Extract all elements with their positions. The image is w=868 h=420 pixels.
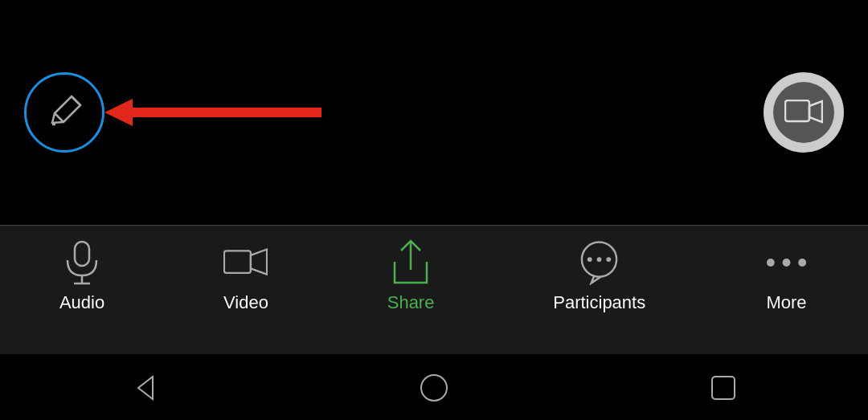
svg-marker-9 xyxy=(251,249,267,274)
svg-rect-5 xyxy=(75,242,89,266)
toolbar: Audio Video Share xyxy=(0,226,868,354)
more-icon xyxy=(764,240,809,284)
edit-icon xyxy=(44,92,84,133)
svg-point-16 xyxy=(783,259,791,267)
top-section xyxy=(0,0,868,225)
svg-point-15 xyxy=(767,259,775,267)
svg-point-13 xyxy=(597,257,602,262)
zoom-icon xyxy=(773,82,834,143)
edit-icon-button[interactable] xyxy=(24,72,104,153)
video-button[interactable]: Video xyxy=(223,240,268,313)
back-button[interactable] xyxy=(130,373,159,402)
svg-rect-3 xyxy=(785,100,809,121)
more-label: More xyxy=(766,292,806,313)
more-button[interactable]: More xyxy=(764,240,809,313)
participants-label: Participants xyxy=(553,292,645,313)
nav-bar xyxy=(0,354,868,420)
red-arrow xyxy=(104,92,330,133)
svg-rect-8 xyxy=(224,251,251,273)
svg-point-12 xyxy=(588,257,592,262)
video-icon xyxy=(223,240,268,284)
participants-button[interactable]: Participants xyxy=(553,240,645,313)
video-label: Video xyxy=(223,292,268,313)
svg-marker-2 xyxy=(104,99,133,126)
svg-marker-18 xyxy=(138,377,153,399)
participants-icon xyxy=(577,240,621,284)
zoom-logo[interactable] xyxy=(764,72,844,153)
svg-rect-20 xyxy=(712,377,735,399)
share-icon xyxy=(389,240,433,284)
svg-point-17 xyxy=(798,259,806,267)
audio-label: Audio xyxy=(59,292,104,313)
audio-icon xyxy=(60,240,104,284)
svg-point-14 xyxy=(607,257,612,262)
svg-point-19 xyxy=(421,375,447,401)
share-label: Share xyxy=(387,292,435,313)
share-button[interactable]: Share xyxy=(387,240,435,313)
audio-button[interactable]: Audio xyxy=(59,240,104,313)
home-button[interactable] xyxy=(420,373,448,402)
svg-marker-4 xyxy=(809,101,822,122)
recents-button[interactable] xyxy=(709,373,738,402)
